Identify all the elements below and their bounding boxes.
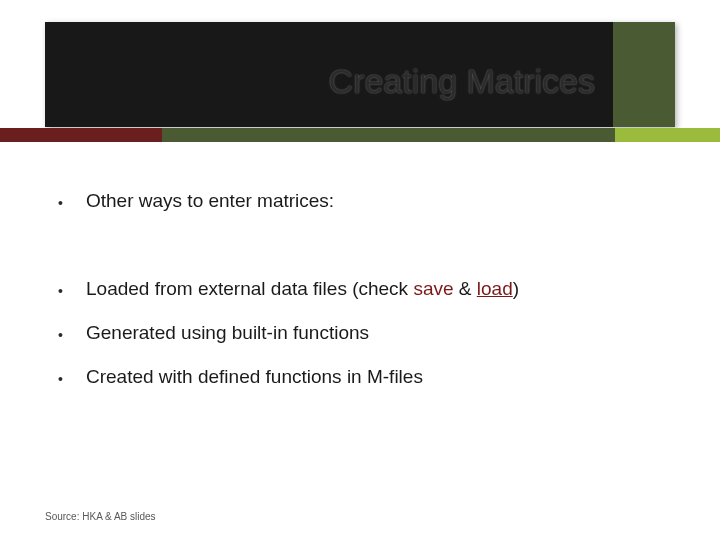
bullet-icon: • [58, 190, 86, 216]
keyword-load: load [477, 278, 513, 299]
source-footer: Source: HKA & AB slides [45, 511, 156, 522]
bullet-icon: • [58, 322, 86, 348]
list-item-text: Loaded from external data files (check s… [86, 278, 519, 300]
accent-stripe-lime [615, 128, 720, 142]
accent-stripe-maroon [0, 128, 162, 142]
content-area: • Other ways to enter matrices: • Loaded… [58, 190, 670, 392]
bullet-icon: • [58, 278, 86, 304]
text-fragment: ) [513, 278, 519, 299]
list-item: • Loaded from external data files (check… [58, 278, 670, 304]
accent-stripe-olive [162, 128, 615, 142]
list-item-text: Other ways to enter matrices: [86, 190, 334, 212]
keyword-save: save [413, 278, 453, 299]
list-item-text: Generated using built-in functions [86, 322, 369, 344]
text-fragment: & [454, 278, 477, 299]
title-text: Creating Matrices [329, 62, 595, 100]
bullet-icon: • [58, 366, 86, 392]
list-item: • Other ways to enter matrices: [58, 190, 670, 216]
list-item-text: Created with defined functions in M-file… [86, 366, 423, 388]
text-fragment: Loaded from external data files (check [86, 278, 413, 299]
list-item: • Generated using built-in functions [58, 322, 670, 348]
list-item: • Created with defined functions in M-fi… [58, 366, 670, 392]
page-title: Creating Matrices [0, 62, 595, 101]
